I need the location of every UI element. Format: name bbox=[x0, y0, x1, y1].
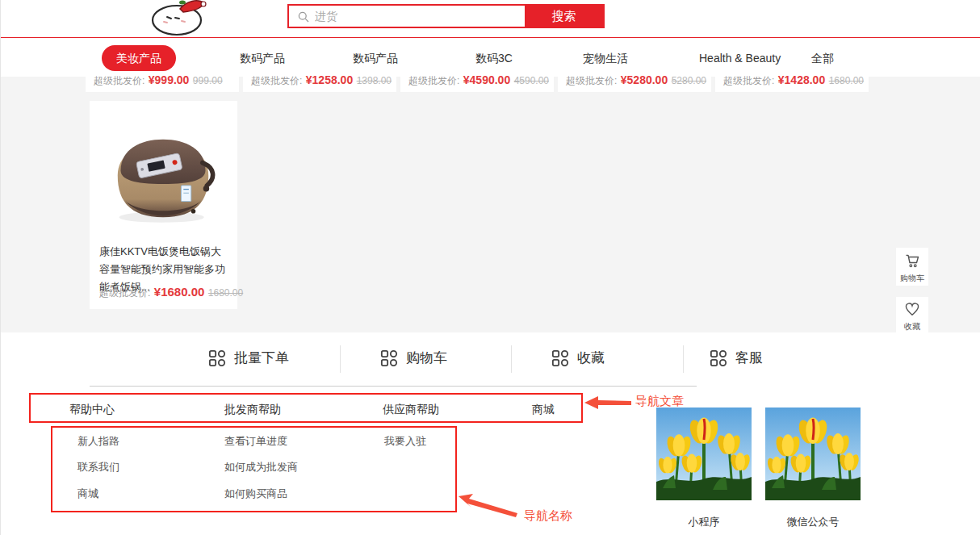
price-label: 超级批发价: bbox=[94, 75, 144, 86]
service-label: 购物车 bbox=[406, 349, 447, 367]
price-value: ¥1258.00 bbox=[306, 75, 353, 86]
footer-link-become-wholesaler[interactable]: 如何成为批发商 bbox=[224, 460, 298, 474]
grid-icon bbox=[710, 349, 727, 367]
tab-digital-3c[interactable]: 数码3C bbox=[475, 50, 513, 66]
product-card-rice-cooker[interactable]: 康佳KKTV电饭煲电饭锅大容量智能预约家用智能多功能煮饭锅... 超级批发价: … bbox=[90, 101, 237, 309]
footer-nav-wholesaler-help[interactable]: 批发商帮助 bbox=[224, 403, 281, 417]
price-value: ¥4590.00 bbox=[463, 75, 510, 86]
footer-service-cart[interactable]: 购物车 bbox=[380, 349, 447, 367]
product-grid-area: 超级批发价: ¥999.00 999.00 超级批发价: ¥1258.00 13… bbox=[1, 77, 980, 332]
cartoon-face-santa-hat-icon bbox=[140, 0, 217, 36]
grid-icon bbox=[208, 349, 226, 367]
service-label: 收藏 bbox=[577, 349, 605, 367]
service-divider bbox=[683, 345, 684, 373]
price-label: 超级批发价: bbox=[566, 75, 617, 86]
header: 搜索 bbox=[1, 0, 980, 38]
tulip-photo bbox=[656, 408, 752, 500]
footer-nav-mall[interactable]: 商城 bbox=[532, 403, 555, 417]
price-original: 5280.00 bbox=[672, 75, 706, 86]
footer-nav-help-center[interactable]: 帮助中心 bbox=[69, 403, 115, 417]
product-card-clipped-3[interactable]: 超级批发价: ¥4590.00 4590.00 bbox=[400, 75, 554, 92]
footer-link-how-to-buy[interactable]: 如何购买商品 bbox=[224, 487, 287, 501]
price-value: ¥5280.00 bbox=[621, 75, 668, 86]
qr-wechat-official: 微信公众号 bbox=[765, 408, 861, 529]
tab-all[interactable]: 全部 bbox=[811, 50, 834, 66]
footer-service-favorites[interactable]: 收藏 bbox=[551, 349, 605, 367]
product-card-clipped-1[interactable]: 超级批发价: ¥999.00 999.00 bbox=[86, 75, 239, 92]
price-original: 1680.00 bbox=[208, 287, 243, 299]
tab-digital-products-2[interactable]: 数码产品 bbox=[353, 50, 398, 66]
footer-link-contact-us[interactable]: 联系我们 bbox=[77, 460, 119, 474]
site-logo[interactable] bbox=[140, 0, 217, 36]
service-divider bbox=[511, 345, 512, 373]
footer-link-join-us[interactable]: 我要入驻 bbox=[384, 434, 426, 449]
service-divider bbox=[340, 345, 341, 373]
tab-health-beauty[interactable]: Health & Beauty bbox=[699, 50, 781, 66]
tab-beauty-products-active[interactable]: 美妆产品 bbox=[102, 45, 176, 71]
side-favorites-label: 收藏 bbox=[896, 322, 928, 332]
footer: 批量下单 购物车 收藏 客服 帮助中心 批发商帮助 供应商帮助 商城 新人指路 … bbox=[1, 332, 980, 535]
tab-digital-products-1[interactable]: 数码产品 bbox=[240, 50, 285, 66]
qr-wechat-official-label: 微信公众号 bbox=[765, 515, 861, 529]
price-original: 1680.00 bbox=[829, 75, 864, 86]
service-label: 批量下单 bbox=[234, 349, 289, 367]
footer-link-newbie-guide[interactable]: 新人指路 bbox=[77, 434, 119, 449]
price-label: 超级批发价: bbox=[99, 287, 150, 299]
grid-icon bbox=[551, 349, 569, 367]
price-original: 999.00 bbox=[193, 75, 223, 86]
footer-service-bulk-order[interactable]: 批量下单 bbox=[208, 349, 289, 367]
qr-mini-program: 小程序 bbox=[656, 408, 752, 529]
footer-link-mall[interactable]: 商城 bbox=[77, 487, 98, 501]
cart-icon bbox=[904, 253, 920, 269]
price-original: 1398.00 bbox=[357, 75, 392, 86]
side-favorites-button[interactable]: 收藏 bbox=[896, 297, 928, 333]
search-box: 搜索 bbox=[287, 4, 605, 28]
product-card-clipped-4[interactable]: 超级批发价: ¥5280.00 5280.00 bbox=[558, 75, 711, 92]
product-card-clipped-2[interactable]: 超级批发价: ¥1258.00 1398.00 bbox=[243, 75, 396, 92]
price-label: 超级批发价: bbox=[251, 75, 302, 86]
price-value: ¥1680.00 bbox=[154, 285, 205, 299]
footer-divider-line bbox=[90, 386, 697, 387]
product-card-clipped-5[interactable]: 超级批发价: ¥1428.00 1680.00 bbox=[715, 75, 869, 92]
grid-icon bbox=[380, 349, 398, 367]
price-value: ¥1428.00 bbox=[778, 75, 825, 86]
footer-nav-supplier-help[interactable]: 供应商帮助 bbox=[383, 403, 439, 417]
search-button[interactable]: 搜索 bbox=[525, 6, 603, 27]
search-icon bbox=[297, 10, 310, 23]
search-input[interactable] bbox=[289, 6, 525, 27]
price-original: 4590.00 bbox=[514, 75, 549, 86]
footer-service-customer-service[interactable]: 客服 bbox=[710, 349, 763, 367]
category-navbar: 美妆产品 数码产品 数码产品 数码3C 宠物生活 Health & Beauty… bbox=[1, 39, 980, 77]
tulip-photo bbox=[765, 408, 861, 500]
side-cart-label: 购物车 bbox=[896, 274, 928, 283]
price-label: 超级批发价: bbox=[408, 75, 459, 86]
heart-icon bbox=[904, 302, 920, 317]
rice-cooker-image bbox=[103, 107, 224, 236]
side-cart-button[interactable]: 购物车 bbox=[896, 248, 928, 286]
tab-pet-life[interactable]: 宠物生活 bbox=[583, 50, 628, 66]
price-value: ¥999.00 bbox=[149, 75, 190, 86]
qr-mini-program-label: 小程序 bbox=[656, 515, 752, 529]
footer-link-order-progress[interactable]: 查看订单进度 bbox=[224, 434, 287, 449]
price-label: 超级批发价: bbox=[723, 75, 774, 86]
service-label: 客服 bbox=[735, 349, 763, 367]
page: 搜索 美妆产品 数码产品 数码产品 数码3C 宠物生活 Health & Bea… bbox=[0, 0, 980, 535]
